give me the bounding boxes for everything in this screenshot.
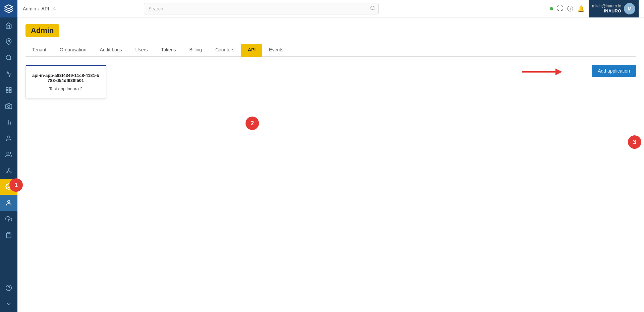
sidebar-item-group[interactable]	[0, 146, 17, 163]
tab-organisation[interactable]: Organisation	[53, 44, 93, 57]
breadcrumb-parent[interactable]: Admin	[23, 6, 36, 11]
tab-audit-logs[interactable]: Audit Logs	[93, 44, 128, 57]
tab-billing[interactable]: Billing	[183, 44, 209, 57]
tab-events[interactable]: Events	[262, 44, 290, 57]
info-icon[interactable]: ⓘ	[567, 5, 573, 13]
sidebar-item-home[interactable]	[0, 17, 17, 34]
annotation-circle-3: 3	[628, 135, 641, 149]
svg-rect-22	[8, 232, 10, 233]
search-input[interactable]	[144, 3, 379, 14]
sidebar-item-upload[interactable]	[0, 211, 17, 227]
user-email: mitch@inauro.io	[592, 4, 621, 8]
sidebar-item-person[interactable]	[0, 130, 17, 146]
search-icon	[370, 5, 375, 12]
svg-point-7	[8, 105, 10, 108]
svg-rect-3	[6, 88, 8, 90]
app-card-name: Test app inauro 2	[31, 86, 100, 91]
svg-line-2	[10, 59, 11, 60]
sidebar-item-hierarchy[interactable]	[0, 163, 17, 179]
user-badge[interactable]: mitch@inauro.io INAURO M	[589, 0, 639, 17]
svg-point-12	[7, 152, 9, 154]
tab-api[interactable]: API	[241, 44, 262, 57]
tabs: Tenant Organisation Audit Logs Users Tok…	[25, 44, 636, 57]
notifications-icon[interactable]: 🔔	[577, 5, 585, 12]
annotation-circle-1: 1	[9, 178, 23, 192]
svg-point-15	[10, 172, 11, 173]
sidebar-item-chart[interactable]	[0, 66, 17, 82]
content-area: 2 Add application 3 api-in-app-a83f4349-…	[25, 65, 636, 266]
expand-icon[interactable]: ⛶	[557, 5, 563, 12]
annotation-circle-2: 2	[246, 117, 259, 130]
sidebar-item-more[interactable]	[0, 296, 17, 312]
svg-marker-28	[555, 69, 562, 75]
user-info: mitch@inauro.io INAURO	[592, 4, 621, 13]
logo[interactable]	[0, 0, 17, 17]
svg-point-25	[371, 6, 374, 10]
svg-line-26	[374, 9, 375, 10]
breadcrumb: Admin / API ☆	[23, 5, 57, 12]
sidebar-item-location[interactable]	[0, 34, 17, 50]
status-indicator	[550, 7, 553, 10]
svg-rect-5	[6, 91, 8, 93]
svg-line-18	[9, 171, 11, 172]
main-container: Admin / API ☆ ⛶ ⓘ 🔔 mitch@inauro.io INAU…	[17, 0, 644, 312]
topbar: Admin / API ☆ ⛶ ⓘ 🔔 mitch@inauro.io INAU…	[17, 0, 644, 17]
svg-point-20	[8, 200, 10, 203]
svg-point-0	[8, 40, 10, 42]
arrow-annotation	[522, 67, 562, 77]
breadcrumb-separator: /	[38, 6, 40, 11]
tab-users[interactable]: Users	[129, 44, 155, 57]
page-title: Admin	[25, 24, 59, 37]
tab-tenant[interactable]: Tenant	[25, 44, 53, 57]
svg-point-1	[6, 55, 11, 60]
sidebar-item-grid[interactable]	[0, 82, 17, 98]
page-content: Admin Tenant Organisation Audit Logs Use…	[17, 17, 644, 312]
breadcrumb-current: API	[42, 6, 49, 11]
svg-line-17	[7, 171, 9, 172]
tab-tokens[interactable]: Tokens	[154, 44, 182, 57]
svg-point-11	[8, 136, 10, 138]
sidebar-item-clipboard[interactable]	[0, 227, 17, 243]
sidebar-item-report[interactable]	[0, 114, 17, 130]
svg-point-14	[6, 172, 7, 173]
app-card-id: api-in-app-a83f4349-11c8-4181-b783-d54df…	[31, 73, 100, 83]
topbar-right: ⛶ ⓘ 🔔 mitch@inauro.io INAURO M	[550, 0, 639, 17]
sidebar-item-user[interactable]	[0, 195, 17, 211]
search-bar	[144, 3, 379, 14]
avatar: M	[624, 3, 635, 14]
app-card[interactable]: api-in-app-a83f4349-11c8-4181-b783-d54df…	[25, 65, 106, 98]
tab-counters[interactable]: Counters	[209, 44, 241, 57]
svg-rect-4	[9, 88, 11, 90]
star-icon[interactable]: ☆	[52, 5, 57, 12]
add-application-button[interactable]: Add application	[592, 65, 636, 77]
sidebar-item-camera[interactable]	[0, 98, 17, 114]
user-org: INAURO	[592, 8, 621, 13]
svg-point-13	[8, 168, 9, 169]
sidebar	[0, 0, 17, 312]
sidebar-item-help[interactable]	[0, 280, 17, 296]
sidebar-item-search[interactable]	[0, 50, 17, 66]
svg-rect-6	[9, 91, 11, 93]
